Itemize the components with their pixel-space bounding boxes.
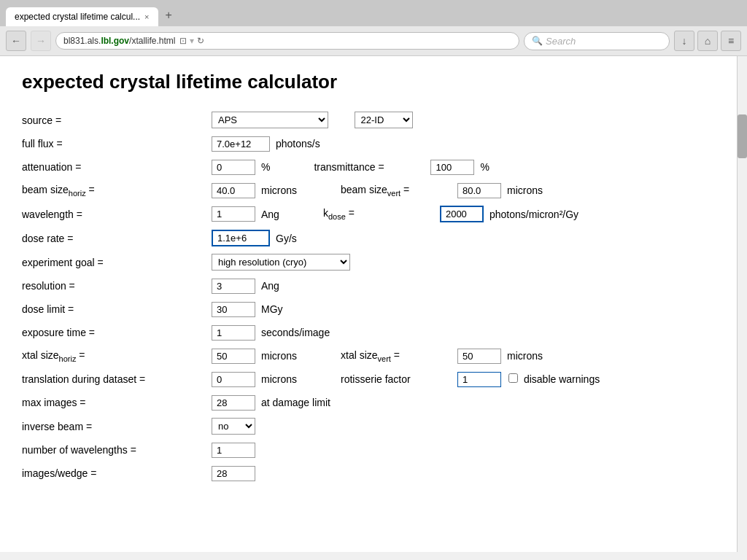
url-icons: ⊡ ▾ ↻ bbox=[179, 36, 204, 46]
url-prefix: bl831.als. bbox=[63, 36, 101, 46]
source-select[interactable]: APS ALS ESRF SPRING8 NSLS-II DIAMOND bbox=[212, 112, 328, 128]
dose-rate-label: dose rate = bbox=[22, 233, 212, 244]
beam-size-horiz-unit: microns bbox=[261, 184, 297, 196]
inverse-beam-row: inverse beam = no yes bbox=[22, 414, 725, 438]
attenuation-input[interactable] bbox=[212, 160, 255, 175]
home-button[interactable]: ⌂ bbox=[697, 31, 718, 51]
images-wedge-input[interactable] bbox=[212, 466, 255, 481]
dose-limit-row: dose limit = MGy bbox=[22, 298, 725, 321]
resolution-label: resolution = bbox=[22, 280, 212, 292]
dose-limit-input[interactable] bbox=[212, 302, 255, 317]
beam-size-horiz-label: beam sizehoriz = bbox=[22, 184, 212, 198]
kdose-label: kdose = bbox=[323, 207, 440, 221]
scrollbar[interactable] bbox=[737, 56, 747, 552]
num-wavelengths-row: number of wavelengths = bbox=[22, 438, 725, 462]
images-wedge-label: images/wedge = bbox=[22, 467, 212, 479]
menu-button[interactable]: ≡ bbox=[721, 31, 741, 51]
resolution-row: resolution = Ang bbox=[22, 274, 725, 298]
dose-rate-row: dose rate = Gy/s bbox=[22, 226, 725, 250]
active-tab[interactable]: expected crystal lifetime calcul... × bbox=[6, 7, 158, 26]
beam-size-vert-label: beam sizevert = bbox=[341, 184, 457, 198]
kdose-input[interactable] bbox=[440, 206, 484, 222]
url-suffix: /xtallife.html bbox=[129, 36, 175, 46]
dose-rate-unit: Gy/s bbox=[276, 233, 297, 244]
exposure-time-label: exposure time = bbox=[22, 327, 212, 338]
resolution-unit: Ang bbox=[261, 280, 279, 292]
wavelength-row: wavelength = Ang kdose = photons/micron²… bbox=[22, 202, 725, 226]
max-images-input[interactable] bbox=[212, 395, 255, 411]
rotisserie-label: rotisserie factor bbox=[341, 373, 457, 385]
beam-size-row: beam sizehoriz = microns beam sizevert =… bbox=[22, 179, 725, 202]
transmittance-section: transmittance = % bbox=[314, 160, 489, 175]
separator-icon: ▾ bbox=[190, 36, 194, 46]
experiment-goal-row: experiment goal = high resolution (cryo)… bbox=[22, 250, 725, 274]
beam-size-horiz-input[interactable] bbox=[212, 183, 255, 198]
source-label: source = bbox=[22, 114, 212, 126]
inverse-beam-select[interactable]: no yes bbox=[212, 418, 255, 435]
url-domain: lbl.gov bbox=[101, 36, 129, 46]
dose-limit-unit: MGy bbox=[261, 303, 283, 315]
reader-icon[interactable]: ⊡ bbox=[179, 36, 187, 46]
kdose-unit: photons/micron²/Gy bbox=[489, 209, 578, 220]
scrollbar-thumb[interactable] bbox=[738, 114, 747, 158]
tab-title: expected crystal lifetime calcul... bbox=[15, 12, 140, 22]
nav-right-buttons: ↓ ⌂ ≡ bbox=[674, 31, 741, 51]
experiment-goal-select[interactable]: high resolution (cryo) low resolution (c… bbox=[212, 254, 350, 271]
xtal-size-horiz-unit: microns bbox=[261, 350, 297, 362]
xtal-size-vert-unit: microns bbox=[507, 350, 543, 362]
download-button[interactable]: ↓ bbox=[674, 31, 694, 51]
xtal-size-horiz-label: xtal sizehoriz = bbox=[22, 349, 212, 363]
tab-close-button[interactable]: × bbox=[144, 12, 149, 21]
max-images-row: max images = at damage limit bbox=[22, 391, 725, 414]
browser-chrome: expected crystal lifetime calcul... × + … bbox=[0, 0, 747, 56]
attenuation-row: attenuation = % transmittance = % bbox=[22, 155, 725, 179]
xtal-size-vert-section: xtal sizevert = microns bbox=[341, 349, 543, 364]
dose-limit-label: dose limit = bbox=[22, 303, 212, 315]
page-title: expected crystal lifetime calculator bbox=[22, 71, 725, 93]
nav-bar: ← → bl831.als.lbl.gov/xtallife.html ⊡ ▾ … bbox=[0, 26, 747, 56]
resolution-input[interactable] bbox=[212, 279, 255, 294]
search-placeholder: Search bbox=[546, 36, 576, 47]
source-sub-select[interactable]: 22-ID 22-BM 23-ID-B bbox=[355, 112, 413, 128]
wavelength-unit: Ang bbox=[261, 209, 279, 220]
attenuation-unit: % bbox=[261, 161, 270, 173]
kdose-section: kdose = photons/micron²/Gy bbox=[323, 206, 578, 222]
xtal-size-vert-label: xtal sizevert = bbox=[341, 349, 457, 363]
disable-warnings-section: disable warnings bbox=[508, 373, 600, 385]
transmittance-label: transmittance = bbox=[314, 161, 430, 173]
num-wavelengths-input[interactable] bbox=[212, 443, 255, 458]
num-wavelengths-label: number of wavelengths = bbox=[22, 444, 212, 456]
full-flux-input[interactable] bbox=[212, 136, 270, 152]
exposure-time-input[interactable] bbox=[212, 325, 255, 341]
url-bar[interactable]: bl831.als.lbl.gov/xtallife.html ⊡ ▾ ↻ bbox=[55, 32, 519, 50]
page-content: expected crystal lifetime calculator sou… bbox=[0, 56, 747, 552]
back-button[interactable]: ← bbox=[6, 31, 26, 51]
wavelength-input[interactable] bbox=[212, 206, 255, 222]
search-box[interactable]: 🔍 Search bbox=[524, 32, 670, 50]
xtal-size-row: xtal sizehoriz = microns xtal sizevert =… bbox=[22, 344, 725, 368]
disable-warnings-label: disable warnings bbox=[524, 373, 600, 385]
exposure-time-unit: seconds/image bbox=[261, 327, 330, 338]
full-flux-unit: photons/s bbox=[276, 138, 320, 149]
disable-warnings-checkbox[interactable] bbox=[508, 373, 518, 383]
dose-rate-input[interactable] bbox=[212, 230, 270, 246]
refresh-icon[interactable]: ↻ bbox=[197, 36, 204, 46]
translation-label: translation during dataset = bbox=[22, 373, 212, 385]
transmittance-unit: % bbox=[480, 161, 489, 173]
max-images-label: max images = bbox=[22, 397, 212, 408]
forward-button[interactable]: → bbox=[31, 31, 51, 51]
browser-window: expected crystal lifetime calcul... × + … bbox=[0, 0, 747, 552]
translation-input[interactable] bbox=[212, 372, 255, 387]
new-tab-button[interactable]: + bbox=[158, 4, 179, 26]
wavelength-label: wavelength = bbox=[22, 209, 212, 220]
full-flux-row: full flux = photons/s bbox=[22, 132, 725, 155]
xtal-size-vert-input[interactable] bbox=[457, 349, 501, 364]
attenuation-label: attenuation = bbox=[22, 161, 212, 173]
transmittance-input[interactable] bbox=[430, 160, 474, 175]
rotisserie-input[interactable] bbox=[457, 372, 501, 387]
beam-size-vert-input[interactable] bbox=[457, 183, 501, 198]
experiment-goal-label: experiment goal = bbox=[22, 257, 212, 268]
source-row: source = APS ALS ESRF SPRING8 NSLS-II DI… bbox=[22, 108, 725, 132]
inverse-beam-label: inverse beam = bbox=[22, 421, 212, 432]
xtal-size-horiz-input[interactable] bbox=[212, 349, 255, 364]
